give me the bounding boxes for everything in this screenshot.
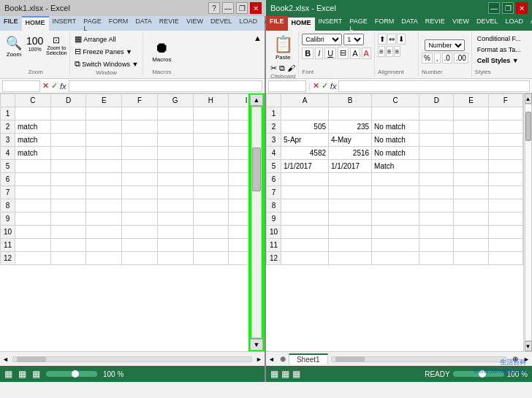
left-cell-11-1[interactable]: [50, 239, 86, 252]
right-cell-8-4[interactable]: [454, 199, 488, 213]
fill-color-btn[interactable]: A: [350, 47, 360, 59]
right-cell-5-5[interactable]: [488, 160, 522, 173]
tab-acro-right[interactable]: ACR: [527, 16, 532, 31]
tab-load-right[interactable]: LOAD: [501, 16, 527, 31]
right-hscroll-thumb[interactable]: [335, 356, 365, 362]
view-page-right[interactable]: ▦: [292, 369, 300, 379]
left-cell-1-1[interactable]: [50, 107, 86, 120]
align-bot-btn[interactable]: ⬇: [397, 34, 406, 45]
italic-button[interactable]: I: [315, 47, 323, 59]
left-cell-4-2[interactable]: [86, 147, 122, 160]
right-cell-2-0[interactable]: 505: [281, 120, 329, 134]
scroll-down-arrow[interactable]: ▼: [250, 339, 263, 351]
left-cell-5-5[interactable]: [193, 160, 229, 173]
right-cell-11-3[interactable]: [419, 239, 454, 252]
right-cell-10-0[interactable]: [281, 226, 329, 239]
right-cell-11-4[interactable]: [454, 239, 488, 252]
view-normal-icon[interactable]: ▦: [4, 369, 12, 379]
right-vscrollbar[interactable]: ▲ ▼: [523, 93, 532, 351]
view-normal-right[interactable]: ▦: [270, 369, 278, 379]
tab-file-left[interactable]: FILE: [0, 16, 22, 31]
left-cell-8-4[interactable]: [157, 199, 193, 213]
right-cell-9-3[interactable]: [419, 213, 454, 226]
close-btn[interactable]: ✕: [250, 2, 262, 14]
align-center-btn[interactable]: ≡: [386, 46, 393, 57]
left-cell-12-4[interactable]: [157, 252, 193, 265]
left-cell-6-3[interactable]: [122, 173, 158, 186]
left-cell-6-5[interactable]: [193, 173, 229, 186]
right-cell-11-5[interactable]: [488, 239, 522, 252]
left-cell-10-2[interactable]: [86, 226, 122, 239]
formula-icon-fx-right[interactable]: fx: [330, 82, 337, 91]
zoom-selection-button[interactable]: ⊡ Zoom to Selection: [46, 34, 66, 57]
left-cell-4-0[interactable]: match: [15, 147, 51, 160]
tab-devel-right[interactable]: DEVEL: [473, 16, 502, 31]
left-cell-12-3[interactable]: [122, 252, 158, 265]
left-cell-5-1[interactable]: [50, 160, 86, 173]
left-cell-3-1[interactable]: [50, 134, 86, 147]
vscroll-thumb[interactable]: [252, 148, 261, 191]
zoom-button[interactable]: 🔍 Zoom: [4, 34, 23, 59]
right-scroll-up[interactable]: ▲: [525, 93, 532, 104]
right-cell-12-3[interactable]: [419, 252, 454, 265]
right-cell-12-5[interactable]: [488, 252, 522, 265]
left-cell-10-0[interactable]: [15, 226, 51, 239]
right-restore-btn[interactable]: ❐: [502, 2, 514, 14]
left-cell-7-1[interactable]: [50, 186, 86, 199]
right-cell-3-1[interactable]: 4-May: [329, 134, 372, 147]
left-cell-5-4[interactable]: [157, 160, 193, 173]
name-box-right[interactable]: [268, 80, 306, 92]
right-cell-11-1[interactable]: [329, 239, 372, 252]
formula-input-right[interactable]: [338, 80, 530, 92]
tab-file-right[interactable]: FILE: [266, 16, 288, 31]
right-cell-8-5[interactable]: [488, 199, 522, 213]
left-cell-2-1[interactable]: [50, 120, 86, 134]
tab-view-right[interactable]: VIEW: [449, 16, 473, 31]
left-cell-5-2[interactable]: [86, 160, 122, 173]
right-cell-2-2[interactable]: No match: [372, 120, 419, 134]
align-left-btn[interactable]: ≡: [378, 46, 385, 57]
right-cell-1-3[interactable]: [419, 107, 454, 120]
left-cell-2-5[interactable]: [193, 120, 229, 134]
arrange-all-button[interactable]: ▦ Arrange All: [73, 34, 117, 45]
right-cell-9-4[interactable]: [454, 213, 488, 226]
left-cell-9-4[interactable]: [157, 213, 193, 226]
left-cell-3-0[interactable]: match: [15, 134, 51, 147]
font-size-select[interactable]: 11: [343, 34, 364, 45]
left-cell-9-3[interactable]: [122, 213, 158, 226]
formula-icon-fx[interactable]: fx: [60, 82, 66, 91]
decimal-dec-btn[interactable]: .00: [454, 53, 468, 64]
left-cell-9-0[interactable]: [15, 213, 51, 226]
right-cell-3-2[interactable]: No match: [372, 134, 419, 147]
left-cell-8-2[interactable]: [86, 199, 122, 213]
formula-icon-check-right[interactable]: ✓: [322, 81, 328, 91]
right-cell-9-2[interactable]: [372, 213, 419, 226]
vscroll-track[interactable]: [251, 107, 262, 338]
zoom-slider-left[interactable]: [46, 371, 97, 377]
right-cell-2-1[interactable]: 235: [329, 120, 372, 134]
border-btn[interactable]: ⊟: [338, 47, 349, 59]
right-cell-3-0[interactable]: 5-Apr: [281, 134, 329, 147]
left-cell-7-3[interactable]: [122, 186, 158, 199]
align-mid-btn[interactable]: ⇔: [387, 34, 396, 45]
left-cell-6-2[interactable]: [86, 173, 122, 186]
right-cell-7-2[interactable]: [372, 186, 419, 199]
left-cell-12-0[interactable]: [15, 252, 51, 265]
left-cell-7-4[interactable]: [157, 186, 193, 199]
right-cell-5-0[interactable]: 1/1/2017: [281, 160, 329, 173]
sheet-tab-plus[interactable]: ⊕: [277, 355, 289, 363]
right-scroll-track[interactable]: [525, 104, 532, 341]
ribbon-collapse-btn[interactable]: ▲: [252, 32, 263, 44]
right-cell-7-4[interactable]: [454, 186, 488, 199]
right-cell-8-1[interactable]: [329, 199, 372, 213]
tab-data-left[interactable]: DATA: [132, 16, 156, 31]
formula-input-left[interactable]: [69, 80, 262, 92]
number-format-select[interactable]: Number General Text Currency: [425, 39, 465, 51]
formula-icon-x[interactable]: ✕: [42, 81, 49, 91]
left-cell-11-0[interactable]: [15, 239, 51, 252]
paste-button[interactable]: 📋 Paste: [272, 34, 294, 62]
left-cell-12-1[interactable]: [50, 252, 86, 265]
align-right-btn[interactable]: ≡: [394, 46, 401, 57]
left-cell-3-2[interactable]: [86, 134, 122, 147]
left-cell-10-1[interactable]: [50, 226, 86, 239]
